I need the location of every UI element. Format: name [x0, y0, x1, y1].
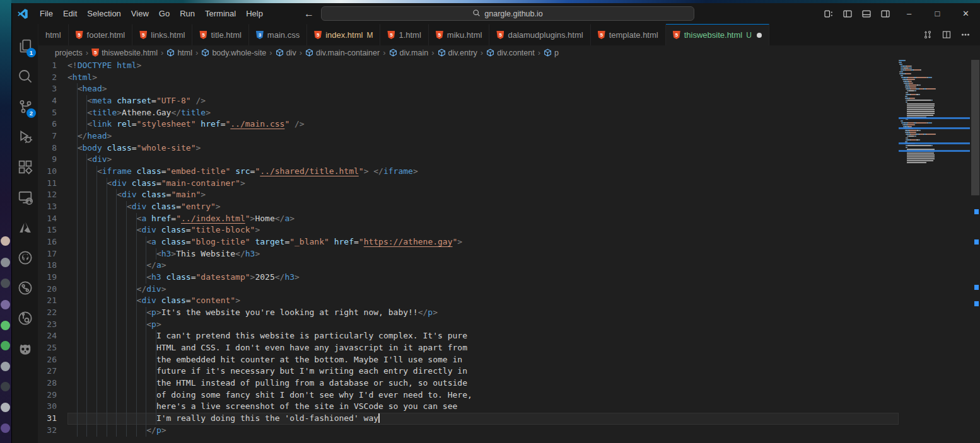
menu-item-go[interactable]: Go	[154, 6, 175, 21]
code-line[interactable]: <h3 class="datestamp">2025</h3>	[67, 272, 899, 284]
activity-godot-tools-icon[interactable]	[12, 335, 38, 362]
desktop-app-icon[interactable]	[1, 258, 10, 267]
activity-explorer-icon[interactable]: 1	[12, 33, 38, 59]
code-editor[interactable]: 1234567891011121314151617181920212223242…	[38, 60, 980, 443]
code-line[interactable]: <div class="main">	[67, 189, 899, 201]
tab-index.html[interactable]: 5index.htmlM	[307, 24, 380, 45]
desktop-app-icon[interactable]	[1, 321, 10, 330]
menu-item-terminal[interactable]: Terminal	[200, 6, 241, 21]
tab-1.html[interactable]: 51.html	[380, 24, 428, 45]
tab-links.html[interactable]: 5links.html	[132, 24, 192, 45]
unsaved-dot-icon[interactable]	[757, 33, 762, 38]
code-line[interactable]: <p>It's the website you're looking at ri…	[67, 307, 899, 319]
code-line[interactable]: <iframe class="embed-title" src="../shar…	[67, 166, 899, 178]
activity-source-control-icon[interactable]: 2	[12, 93, 38, 120]
tab-thiswebsite.html[interactable]: 5thiswebsite.htmlU	[666, 24, 769, 45]
menu-item-edit[interactable]: Edit	[58, 6, 82, 21]
scrollbar-thumb[interactable]	[971, 60, 979, 195]
breadcrumb-item[interactable]: 5thiswebsite.html	[91, 49, 158, 57]
code-line[interactable]: <a class="blog-title" target="_blank" hr…	[67, 236, 899, 248]
customize-layout-icon[interactable]	[819, 6, 838, 22]
code-line[interactable]: <div class="entry">	[67, 201, 899, 213]
close-button[interactable]: ✕	[952, 3, 980, 24]
desktop-app-icon[interactable]	[1, 382, 10, 391]
activity-remote-explorer-icon[interactable]	[12, 184, 38, 210]
code-line[interactable]: <h3>This Website</h3>	[67, 248, 899, 260]
code-line[interactable]: </div>	[67, 284, 899, 296]
code-line[interactable]: </head>	[67, 130, 899, 142]
code-line[interactable]: <!DOCTYPE html>	[67, 60, 899, 72]
menu-item-file[interactable]: File	[35, 6, 58, 21]
code-line[interactable]: <html>	[67, 72, 899, 84]
open-changes-icon[interactable]	[919, 26, 936, 43]
split-editor-icon[interactable]	[938, 26, 955, 43]
menu-item-selection[interactable]: Selection	[82, 6, 125, 21]
breadcrumb-item[interactable]: div	[276, 49, 296, 57]
toggle-secondary-sidebar-icon[interactable]	[876, 6, 895, 22]
minimize-button[interactable]: –	[895, 3, 923, 24]
menu-item-view[interactable]: View	[126, 6, 154, 21]
tab-miku.html[interactable]: 5miku.html	[429, 24, 490, 45]
breadcrumb-item[interactable]: div.main	[389, 49, 429, 57]
desktop-app-icon[interactable]	[1, 279, 10, 288]
code-line[interactable]: <meta charset="UTF-8" />	[67, 95, 899, 107]
breadcrumb-item[interactable]: body.whole-site	[201, 49, 266, 57]
breadcrumb-item[interactable]: div.entry	[438, 49, 477, 57]
desktop-app-icon[interactable]	[1, 423, 10, 433]
code-line[interactable]: I'm really doing this the 'old-fashioned…	[67, 413, 899, 425]
desktop-app-icon[interactable]	[1, 236, 10, 246]
tab-main.css[interactable]: 3main.css	[249, 24, 307, 45]
code-line[interactable]: <div class="main-container">	[67, 178, 899, 190]
breadcrumb-item[interactable]: div.main-container	[305, 49, 380, 57]
breadcrumb-item[interactable]: div.content	[486, 49, 535, 57]
code-line[interactable]: here's a live screenshot of the site in …	[67, 401, 899, 413]
toggle-panel-icon[interactable]	[857, 6, 876, 22]
code-line[interactable]: <title>Athene.Gay</title>	[67, 107, 899, 119]
tab-dalamudplugins.html[interactable]: 5dalamudplugins.html	[489, 24, 590, 45]
desktop-app-icon[interactable]	[1, 403, 10, 412]
code-line[interactable]: <link rel="stylesheet" href="../main.css…	[67, 118, 899, 130]
breadcrumb-item[interactable]: projects	[55, 49, 83, 57]
code-line[interactable]: <div class="title-block">	[67, 224, 899, 236]
breadcrumb-item[interactable]: html	[166, 49, 192, 57]
more-actions-icon[interactable]	[957, 26, 974, 43]
code-line[interactable]: <div class="content">	[67, 295, 899, 307]
code-line[interactable]: HTML and CSS. I don't even have any java…	[67, 342, 899, 354]
menu-item-help[interactable]: Help	[241, 6, 268, 21]
code-line[interactable]: <head>	[67, 83, 899, 95]
maximize-button[interactable]: □	[923, 3, 952, 24]
activity-azure-icon[interactable]	[12, 214, 38, 241]
code-line[interactable]: the embedded hit counter at the bottom. …	[67, 354, 899, 366]
code-line[interactable]: of doing some fancy shit I don't see why…	[67, 389, 899, 401]
menu-item-run[interactable]: Run	[175, 6, 200, 21]
breadcrumb-item[interactable]: p	[544, 49, 559, 57]
go-back-icon[interactable]: ←	[302, 8, 316, 20]
tab-footer.html[interactable]: 5footer.html	[69, 24, 133, 45]
activity-git-graph-icon[interactable]	[12, 275, 38, 301]
desktop-app-icon[interactable]	[1, 341, 10, 350]
tab-html[interactable]: html	[38, 24, 69, 45]
vertical-scrollbar[interactable]	[971, 60, 980, 443]
code-line[interactable]: future if it's necessary but I'm writing…	[67, 365, 899, 377]
minimap[interactable]	[899, 60, 970, 443]
activity-run-and-debug-icon[interactable]	[12, 124, 38, 150]
code-line[interactable]: </a>	[67, 260, 899, 272]
tab-template.html[interactable]: 5template.html	[591, 24, 666, 45]
code-line[interactable]: <div>	[67, 154, 899, 166]
desktop-app-icon[interactable]	[1, 300, 10, 309]
tab-title.html[interactable]: 5title.html	[192, 24, 248, 45]
code-line[interactable]: I can't pretend this website is particul…	[67, 330, 899, 342]
editor-code-area[interactable]: <!DOCTYPE html><html><head><meta charset…	[67, 60, 899, 437]
code-line[interactable]: </p>	[67, 425, 899, 437]
code-line[interactable]: <a href="../index.html">Home</a>	[67, 213, 899, 225]
code-line[interactable]: <p>	[67, 319, 899, 331]
code-line[interactable]: the HTML instead of pulling from a datab…	[67, 377, 899, 389]
activity-github-icon[interactable]	[12, 245, 38, 271]
code-line[interactable]: <body class="whole-site">	[67, 142, 899, 154]
activity-search-icon[interactable]	[12, 63, 38, 89]
activity-extensions-icon[interactable]	[12, 154, 38, 180]
command-center-search[interactable]: gnargle.github.io	[321, 6, 694, 21]
toggle-primary-sidebar-icon[interactable]	[838, 6, 857, 22]
activity-gitlens-icon[interactable]	[12, 305, 38, 331]
desktop-app-icon[interactable]	[1, 362, 10, 371]
